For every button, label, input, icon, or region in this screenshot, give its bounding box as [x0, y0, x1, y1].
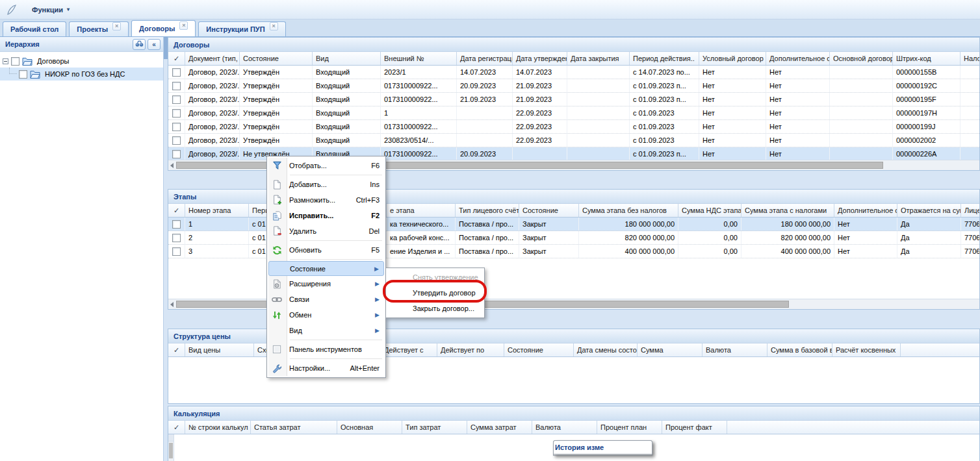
tab[interactable]: Договоры× — [131, 20, 196, 36]
close-icon[interactable]: × — [179, 21, 188, 30]
column-header[interactable]: Тип затрат — [402, 421, 467, 434]
column-header[interactable]: Валюта — [703, 343, 767, 356]
menu-item[interactable]: Обмен▶ — [268, 307, 384, 323]
column-header[interactable]: Состояние — [240, 52, 313, 65]
column-header[interactable]: Внешний № — [381, 52, 457, 65]
tree-item[interactable]: Договоры — [0, 55, 163, 68]
collapse-sidebar-button[interactable]: « — [148, 39, 161, 50]
table-row[interactable]: Договор, 2023/...УтверждёнВходящий230823… — [168, 134, 979, 147]
menu-item[interactable]: ОбновитьF5 — [268, 242, 384, 258]
expander-icon[interactable] — [3, 58, 8, 64]
column-header[interactable]: Расчёт косвенных — [832, 343, 901, 356]
column-header[interactable]: Дополнительное с — [766, 52, 830, 65]
cell: Утверждён — [240, 66, 313, 79]
menu-item[interactable]: УдалитьDel — [268, 223, 384, 239]
column-header[interactable]: Период действия.. — [630, 52, 699, 65]
row-checkbox[interactable] — [172, 220, 181, 229]
row-checkbox[interactable] — [172, 95, 181, 104]
menu-item[interactable]: Закрыть договор... — [387, 301, 483, 316]
table-row[interactable]: Договор, 2023/...УтверждёнВходящий017310… — [168, 93, 979, 106]
close-icon[interactable]: × — [270, 22, 278, 31]
column-header[interactable]: Вид — [313, 52, 381, 65]
row-checkbox[interactable] — [172, 82, 181, 90]
tree-item[interactable]: НИОКР по ГОЗ без НДС — [0, 68, 163, 81]
row-checkbox[interactable] — [172, 234, 181, 242]
tab[interactable]: Проекты× — [69, 21, 129, 36]
scroll-left-arrow-icon[interactable] — [170, 302, 174, 307]
column-header[interactable]: е этапа — [387, 204, 456, 217]
menu-item[interactable]: Исправить...F2 — [268, 208, 384, 223]
tab[interactable]: История изме — [553, 440, 652, 455]
row-checkbox[interactable] — [172, 123, 181, 131]
vertical-scrollbar[interactable] — [168, 434, 174, 461]
column-header[interactable]: Отражается на сум — [897, 204, 961, 217]
row-checkbox[interactable] — [172, 109, 181, 118]
menu-item[interactable]: Связи▶ — [268, 292, 384, 307]
scroll-up-arrow-icon[interactable] — [168, 434, 174, 442]
row-checkbox[interactable] — [172, 136, 181, 145]
column-header[interactable]: Дата утверждения — [513, 52, 567, 65]
column-header[interactable]: Дата закрытия — [567, 52, 630, 65]
column-header[interactable]: Сумма НДС этапа — [678, 204, 741, 217]
tree-checkbox[interactable] — [19, 70, 27, 79]
row-checkbox[interactable] — [172, 150, 181, 158]
column-header[interactable]: Сумма затрат — [467, 421, 532, 434]
menubar-item[interactable]: Функции▾ — [25, 3, 86, 16]
column-header[interactable]: ✓ — [168, 421, 185, 434]
column-header[interactable]: Процент факт — [662, 421, 727, 434]
menu-item-label: Отобрать... — [289, 162, 365, 169]
column-header[interactable]: Процент план — [597, 421, 662, 434]
row-checkbox[interactable] — [172, 68, 181, 77]
tab[interactable]: Рабочий стол — [3, 21, 66, 36]
column-header[interactable]: Состояние — [504, 343, 574, 356]
column-header[interactable]: Дата смены состоя — [574, 343, 638, 356]
column-header[interactable]: Действует с — [381, 343, 437, 356]
menu-item[interactable]: Настройки...Alt+Enter — [268, 360, 384, 376]
table-row[interactable]: Договор, 2023/...УтверждёнВходящий017310… — [168, 79, 979, 93]
menu-item[interactable]: Размножить...Ctrl+F3 — [268, 192, 384, 208]
menu-item[interactable]: Вид▶ — [268, 323, 384, 338]
column-header[interactable]: Действует по — [437, 343, 504, 356]
row-checkbox[interactable] — [172, 247, 181, 256]
column-header[interactable]: ✓ — [168, 343, 185, 356]
column-header[interactable]: Условный договор — [699, 52, 766, 65]
column-header[interactable]: Сумма этапа без налогов — [579, 204, 678, 217]
menu-item[interactable]: Состояние▶ — [268, 261, 384, 276]
column-header[interactable]: Документ (тип, № — [185, 52, 240, 65]
column-header[interactable]: Валюта — [532, 421, 597, 434]
table-row[interactable]: Договор, 2023/...УтверждёнВходящий2023/1… — [168, 66, 979, 79]
column-header[interactable]: Нало — [961, 52, 979, 65]
menu-item[interactable]: Отобрать...F6 — [268, 158, 384, 173]
exchange-icon — [270, 310, 283, 320]
column-header[interactable]: ✓ — [168, 204, 185, 217]
column-header[interactable]: Основной договор — [830, 52, 893, 65]
column-header[interactable]: Тип лицевого счёт — [456, 204, 519, 217]
search-button[interactable] — [133, 39, 146, 50]
menu-item[interactable]: Панель инструментов — [268, 342, 384, 357]
column-header[interactable]: Состояние — [519, 204, 579, 217]
close-icon[interactable]: × — [112, 22, 121, 31]
column-header[interactable]: Дата регистрации. — [457, 52, 513, 65]
scroll-left-arrow-icon[interactable] — [170, 163, 174, 168]
column-header[interactable]: Номер этапа — [185, 204, 249, 217]
column-header[interactable]: № строки калькул — [185, 421, 251, 434]
column-header[interactable]: Лице — [961, 204, 979, 217]
column-header[interactable]: Штрих-код — [893, 52, 961, 65]
column-header[interactable]: Статья затрат — [251, 421, 337, 434]
tree-checkbox[interactable] — [11, 57, 19, 66]
column-header[interactable]: Основная — [337, 421, 402, 434]
menu-item[interactable]: Добавить...Ins — [268, 177, 384, 192]
column-header[interactable]: Вид цены — [185, 343, 254, 356]
column-header[interactable]: Сумма этапа с налогами — [741, 204, 834, 217]
scrollbar-thumb[interactable] — [169, 443, 173, 458]
table-row[interactable]: Договор, 2023/...УтверждёнВходящий122.09… — [168, 106, 979, 120]
column-header[interactable]: Дополнительное с — [834, 204, 897, 217]
tab[interactable]: Инструкции ПУП× — [198, 21, 285, 36]
approve-contract-menu-item[interactable]: Утвердить договор — [387, 285, 483, 301]
cell: 0,00 — [678, 218, 741, 230]
table-row[interactable]: Договор, 2023/...УтверждёнВходящий017310… — [168, 120, 979, 134]
column-header[interactable]: ✓ — [168, 52, 185, 65]
column-header[interactable]: Сумма в базовой в — [767, 343, 832, 356]
menu-item[interactable]: Расширения▶ — [268, 276, 384, 292]
column-header[interactable]: Сумма — [638, 343, 703, 356]
